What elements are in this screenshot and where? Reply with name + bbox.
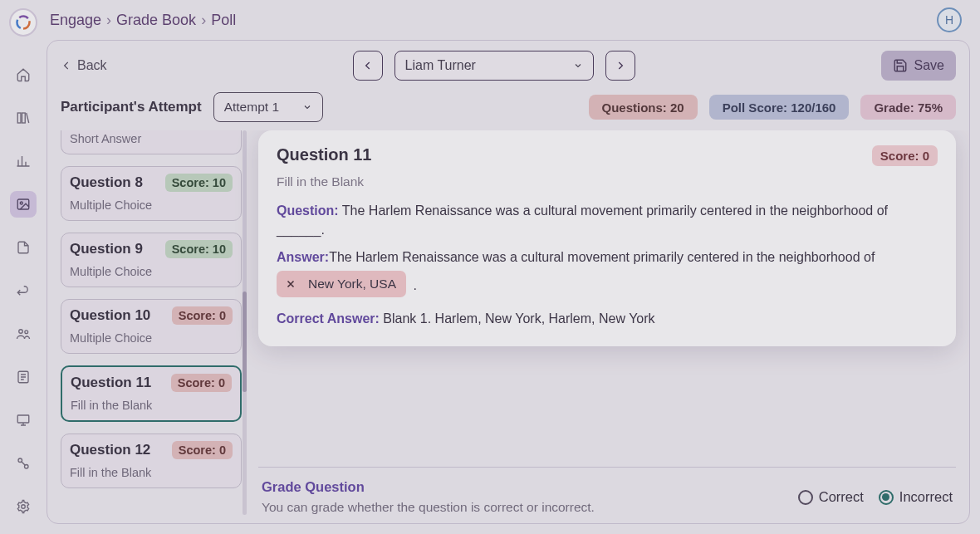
detail-score: Score: 0 <box>872 145 938 166</box>
question-card[interactable]: Short Answer <box>61 130 242 154</box>
question-score: Score: 0 <box>172 306 233 325</box>
student-select[interactable]: Liam Turner <box>394 51 594 81</box>
correct-line: Correct Answer: Blank 1. Harlem, New Yor… <box>277 309 938 328</box>
topbar: Engage › Grade Book › Poll H <box>47 0 970 40</box>
question-detail-card: Question 11 Score: 0 Fill in the Blank Q… <box>258 130 956 346</box>
avatar[interactable]: H <box>937 7 962 32</box>
nav-rail <box>0 0 47 534</box>
x-icon <box>282 275 300 293</box>
next-student-button[interactable] <box>605 51 635 81</box>
svg-rect-10 <box>17 415 29 423</box>
crumb-gradebook[interactable]: Grade Book <box>116 12 196 29</box>
question-label: Question: <box>277 203 339 218</box>
document-icon[interactable] <box>10 234 37 261</box>
question-title: Question 11 <box>71 375 151 391</box>
grade-chip: Grade: 75% <box>860 95 956 120</box>
question-title: Question 10 <box>70 307 150 324</box>
question-type: Short Answer <box>70 132 233 145</box>
student-name: Liam Turner <box>405 58 476 73</box>
chevron-down-icon <box>573 61 583 71</box>
detail-title: Question 11 <box>277 145 371 164</box>
question-card[interactable]: Question 12 Score: 0 Fill in the Blank <box>61 434 242 488</box>
question-type: Multiple Choice <box>70 265 233 278</box>
answer-label: Answer: <box>277 250 329 264</box>
attempt-label: Participant's Attempt <box>61 99 202 115</box>
svg-point-7 <box>19 330 23 334</box>
question-type: Fill in the Blank <box>70 466 233 479</box>
wrong-answer-chip: New York, USA <box>277 271 406 297</box>
question-list: Short Answer Question 8 Score: 10 Multip… <box>61 130 242 515</box>
chevron-down-icon <box>302 102 312 112</box>
question-title: Question 9 <box>70 241 143 257</box>
question-title: Question 8 <box>70 174 143 191</box>
grade-footer: Grade Question You can grade whether the… <box>258 467 956 515</box>
library-icon[interactable] <box>10 105 37 131</box>
question-text: The Harlem Renaissance was a cultural mo… <box>277 203 888 237</box>
chevron-right-icon: › <box>106 12 111 29</box>
answer-prefix: The Harlem Renaissance was a cultural mo… <box>329 250 875 264</box>
grade-title: Grade Question <box>262 479 595 495</box>
correct-label: Correct Answer: <box>277 311 380 326</box>
attempt-select[interactable]: Attempt 1 <box>213 92 323 122</box>
question-card[interactable]: Question 9 Score: 10 Multiple Choice <box>61 233 242 287</box>
question-card-selected[interactable]: Question 11 Score: 0 Fill in the Blank <box>61 365 242 422</box>
crumb-engage[interactable]: Engage <box>50 12 101 29</box>
question-type: Fill in the Blank <box>71 399 232 412</box>
home-icon[interactable] <box>10 61 37 88</box>
radio-label: Incorrect <box>899 489 953 505</box>
save-label: Save <box>914 58 944 73</box>
pollscore-chip: Poll Score: 120/160 <box>709 95 850 120</box>
detail-type: Fill in the Blank <box>277 174 938 189</box>
correct-text: Blank 1. Harlem, New York, Harlem, New Y… <box>380 311 655 326</box>
question-card[interactable]: Question 10 Score: 0 Multiple Choice <box>61 299 242 354</box>
questions-chip: Questions: 20 <box>589 95 698 120</box>
integrations-icon[interactable] <box>10 450 37 477</box>
radio-icon <box>798 490 813 505</box>
grade-subtitle: You can grade whether the question is co… <box>262 500 595 515</box>
answer-line: Answer:The Harlem Renaissance was a cult… <box>277 247 938 297</box>
scrollbar[interactable] <box>243 130 247 515</box>
save-icon <box>893 58 908 73</box>
grade-correct-radio[interactable]: Correct <box>798 489 864 505</box>
question-card[interactable]: Question 8 Score: 10 Multiple Choice <box>61 166 242 221</box>
svg-rect-5 <box>17 199 29 209</box>
question-type: Multiple Choice <box>70 331 233 345</box>
back-button[interactable]: Back <box>61 58 107 73</box>
save-button[interactable]: Save <box>881 51 956 81</box>
radio-icon <box>879 490 894 505</box>
presentation-icon[interactable] <box>10 407 37 434</box>
analytics-icon[interactable] <box>10 148 37 174</box>
svg-point-8 <box>25 331 28 334</box>
app-logo <box>9 8 37 37</box>
breadcrumb: Engage › Grade Book › Poll <box>50 12 236 29</box>
chip-text: New York, USA <box>308 275 396 293</box>
attempt-value: Attempt 1 <box>224 100 279 115</box>
prev-student-button[interactable] <box>353 51 383 81</box>
question-type: Multiple Choice <box>70 198 233 212</box>
chevron-right-icon: › <box>201 12 206 29</box>
question-score: Score: 0 <box>171 374 232 392</box>
grade-panel: Back Liam Turner Save Participant's Atte… <box>47 40 970 524</box>
question-score: Score: 10 <box>165 174 233 192</box>
image-icon[interactable] <box>10 191 37 218</box>
recycle-icon[interactable] <box>10 277 37 304</box>
question-title: Question 12 <box>70 442 150 458</box>
svg-point-6 <box>20 202 22 204</box>
settings-icon[interactable] <box>10 493 37 520</box>
answer-suffix: . <box>413 278 416 292</box>
question-score: Score: 10 <box>165 240 233 258</box>
crumb-poll[interactable]: Poll <box>211 12 236 29</box>
svg-point-13 <box>22 505 26 509</box>
question-line: Question: The Harlem Renaissance was a c… <box>277 201 938 239</box>
svg-rect-4 <box>22 113 26 123</box>
notes-icon[interactable] <box>10 364 37 390</box>
question-score: Score: 0 <box>172 441 233 459</box>
radio-label: Correct <box>819 489 864 505</box>
grade-incorrect-radio[interactable]: Incorrect <box>879 489 953 505</box>
back-label: Back <box>77 58 107 73</box>
svg-rect-3 <box>17 113 21 123</box>
people-icon[interactable] <box>10 321 37 347</box>
